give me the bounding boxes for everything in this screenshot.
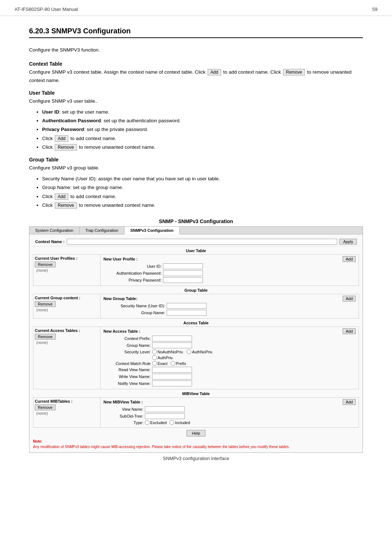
- radio-noauth-input[interactable]: [152, 349, 157, 354]
- caption: SNMPv3 configuration interface: [29, 456, 363, 461]
- security-level-radios: NoAuthNoPriv. AuthNoPriv.: [152, 349, 213, 354]
- access-add-button[interactable]: Add: [343, 328, 356, 334]
- current-mib-label: Current MIBTables :: [35, 399, 99, 403]
- radio-excluded[interactable]: Excluded: [145, 420, 167, 425]
- group-name-row: Group Name:: [103, 310, 356, 316]
- user-bullet-list: User ID: set up the user name. Authentic…: [42, 108, 363, 152]
- radio-included-input[interactable]: [170, 420, 174, 425]
- access-left-panel: Current Access Tables : Remove (none): [33, 327, 101, 389]
- remove-button-bullet[interactable]: Remove: [55, 144, 77, 151]
- snmp-panel: System Configuration Trap Configuration …: [29, 226, 363, 453]
- access-none-text: (none): [36, 340, 99, 345]
- context-match-label: Context Match Rule: [103, 361, 151, 366]
- mibview-add-button[interactable]: Add: [343, 399, 356, 405]
- tab-trap-config[interactable]: Trap Configuration: [79, 227, 124, 234]
- group-table-inner: Current Group content : Remove (none) Ne…: [33, 294, 359, 318]
- access-group-input[interactable]: [152, 342, 192, 348]
- bullet-group-add: Click Add to add context name.: [42, 192, 363, 201]
- user-table-desc: Configure SNMP v3 user table..: [29, 97, 363, 106]
- bullet-auth-pass: Authentication Password: set up the auth…: [42, 116, 363, 125]
- group-table-desc: Configure SNMP v3 group table.: [29, 164, 363, 172]
- radio-prefix[interactable]: Prefix: [171, 361, 186, 366]
- intro-text: Configure the SNMPV3 function.: [29, 46, 363, 54]
- bullet-user-id: User ID: set up the user name.: [42, 108, 363, 116]
- tab-snmpv3-config[interactable]: SNMPv3 Configuration: [124, 227, 180, 234]
- group-table-block: Current Group content : Remove (none) Ne…: [33, 294, 359, 319]
- auth-pass-input[interactable]: [163, 270, 203, 276]
- remove-button-group-bullet[interactable]: Remove: [55, 202, 77, 209]
- context-table-desc: Configure SNMP v3 context table. Assign …: [29, 68, 363, 85]
- radio-authnopriv-input[interactable]: [187, 349, 191, 354]
- bullet-group-name: Group Name: set up the group name.: [42, 183, 363, 192]
- user-id-label: User ID:: [103, 264, 162, 268]
- access-group-label: Group Name:: [103, 343, 151, 348]
- manual-title: AT-IFS802SP-80 User Manual: [15, 7, 78, 12]
- group-remove-button[interactable]: Remove: [35, 301, 56, 307]
- user-table-block: Current User Profiles : Remove (none) Ne…: [33, 254, 359, 286]
- user-id-input[interactable]: [163, 263, 203, 269]
- user-remove-button[interactable]: Remove: [35, 262, 56, 267]
- help-button[interactable]: Help: [187, 430, 206, 436]
- context-prefix-input[interactable]: [152, 336, 192, 341]
- mibview-remove-button[interactable]: Remove: [35, 405, 56, 410]
- group-name-input[interactable]: [167, 310, 207, 316]
- access-remove-button[interactable]: Remove: [35, 334, 56, 340]
- group-table-section-title: Group Table: [33, 288, 359, 292]
- access-table-inner: Current Access Tables : Remove (none) Ne…: [33, 327, 359, 389]
- page-header: AT-IFS802SP-80 User Manual 59: [0, 0, 392, 16]
- notify-view-input[interactable]: [152, 381, 192, 386]
- group-bullet-list: Security Name (User ID): assign the user…: [42, 175, 363, 210]
- apply-button[interactable]: Apply: [339, 239, 357, 245]
- radio-authpriv[interactable]: AuthPriv.: [152, 355, 173, 360]
- radio-included[interactable]: Included: [170, 420, 190, 425]
- access-group-name-row: Group Name:: [103, 342, 356, 348]
- auth-pass-label: Authentication Password:: [103, 271, 162, 275]
- remove-button-inline-1[interactable]: Remove: [283, 69, 305, 75]
- new-mibview-label: New MIBView Table :: [103, 400, 143, 404]
- notify-view-row: Notify View Name:: [103, 381, 356, 386]
- mibview-table-block: Current MIBTables : Remove (none) New MI…: [33, 397, 359, 428]
- privacy-pass-label: Privacy Password:: [103, 278, 162, 282]
- privacy-pass-input[interactable]: [163, 277, 203, 283]
- add-button-inline-1[interactable]: Add: [208, 69, 221, 75]
- user-none-text: (none): [36, 268, 99, 272]
- radio-excluded-input[interactable]: [145, 420, 150, 425]
- type-radios: Excluded Included: [145, 420, 190, 425]
- tab-system-config[interactable]: System Configuration: [29, 227, 79, 234]
- radio-exact-input[interactable]: [152, 361, 157, 366]
- user-left-panel: Current User Profiles : Remove (none): [33, 255, 101, 286]
- group-add-button[interactable]: Add: [343, 296, 356, 301]
- section-title: 6.20.3 SNMPV3 Configuration: [29, 27, 363, 38]
- view-name-label: View Name:: [103, 407, 143, 411]
- radio-exact[interactable]: Exact: [152, 361, 168, 366]
- add-button-bullet[interactable]: Add: [55, 135, 68, 142]
- access-table-section-title: Access Table: [33, 321, 359, 325]
- context-table-heading: Context Table: [29, 61, 363, 67]
- security-level-label: Security Level:: [103, 350, 151, 354]
- view-name-row: View Name:: [103, 406, 356, 412]
- radio-authpriv-input[interactable]: [152, 355, 157, 360]
- write-view-input[interactable]: [152, 374, 192, 379]
- radio-prefix-input[interactable]: [171, 361, 175, 366]
- radio-noauth[interactable]: NoAuthNoPriv.: [152, 349, 184, 354]
- tab-bar: System Configuration Trap Configuration …: [29, 227, 363, 234]
- user-table-inner: Current User Profiles : Remove (none) Ne…: [33, 255, 359, 286]
- radio-authnopriv[interactable]: AuthNoPriv.: [187, 349, 213, 354]
- user-add-button[interactable]: Add: [343, 256, 356, 262]
- suboid-input[interactable]: [145, 413, 185, 419]
- security-level-row2: AuthPriv.: [103, 355, 356, 360]
- view-name-input[interactable]: [145, 406, 185, 412]
- type-row: Type: Excluded Included: [103, 420, 356, 425]
- user-table-heading: User Table: [29, 90, 363, 96]
- context-name-input[interactable]: [67, 239, 338, 245]
- page-number: 59: [372, 7, 377, 12]
- current-user-profiles-label: Current User Profiles :: [35, 256, 99, 260]
- read-view-row: Read View Name:: [103, 367, 356, 373]
- security-name-row: Security Name (User ID):: [103, 303, 356, 309]
- security-name-input[interactable]: [167, 303, 207, 309]
- snmp-panel-title: SNMP - SNMPv3 Configuration: [29, 218, 363, 224]
- read-view-input[interactable]: [152, 367, 192, 373]
- group-left-panel: Current Group content : Remove (none): [33, 294, 101, 318]
- mibview-none-text: (none): [36, 411, 99, 415]
- add-button-group-bullet[interactable]: Add: [55, 193, 68, 200]
